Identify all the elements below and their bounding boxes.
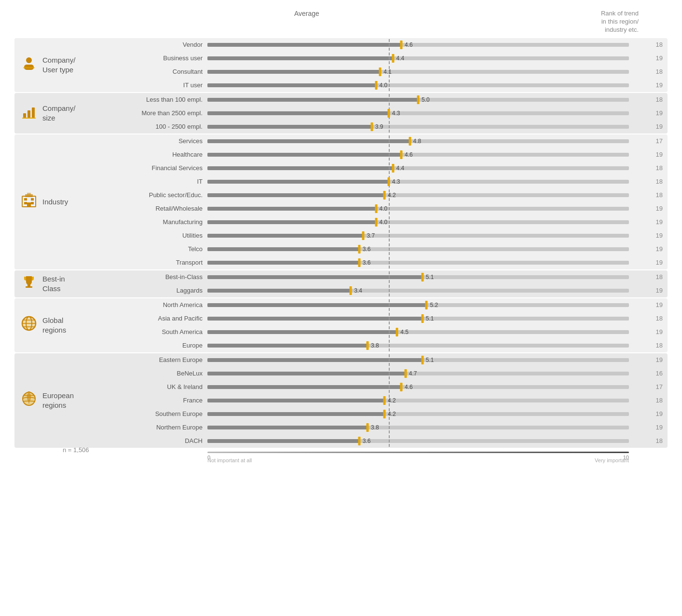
rows-best-in-class: Best-in-Class5.118Laggards3.419: [111, 270, 668, 297]
bar-track: 3.8: [207, 343, 629, 348]
bar-area: 4.5: [207, 326, 629, 338]
bar-area: 4.4: [207, 53, 629, 64]
bar-marker: [421, 273, 423, 281]
bar-fill: [207, 275, 423, 279]
bar-marker: [392, 164, 394, 173]
bar-value-label: 4.6: [405, 41, 413, 48]
bar-area: 5.1: [207, 271, 629, 283]
section-label-european-regions: European regions: [14, 353, 111, 448]
table-row: Retail/Wholesale4.019: [111, 202, 668, 215]
section-name-best-in-class: Best-in Class: [42, 274, 65, 293]
bar-track: 3.6: [207, 438, 629, 444]
table-row: Best-in-Class5.118: [111, 270, 668, 284]
svg-rect-4: [27, 110, 30, 118]
bar-area: 4.7: [207, 368, 629, 379]
bar-area: 3.6: [207, 257, 629, 268]
bar-track: 3.6: [207, 246, 629, 252]
table-row: North America5.219: [111, 298, 668, 312]
bar-track: 5.1: [207, 357, 629, 363]
table-row: Southern Europe4.219: [111, 407, 668, 421]
bar-track: 4.8: [207, 138, 629, 144]
bar-fill: [207, 70, 380, 74]
rank-value: 19: [629, 245, 668, 253]
row-label: Southern Europe: [111, 410, 207, 417]
bar-value-label: 3.9: [375, 123, 383, 130]
row-label: Europe: [111, 342, 207, 349]
bar-area: 5.1: [207, 313, 629, 324]
bar-area: 4.0: [207, 216, 629, 228]
bar-value-label: 4.1: [383, 68, 392, 75]
average-label: Average: [294, 10, 319, 17]
avg-line: [389, 326, 390, 338]
bar-track: 4.4: [207, 55, 629, 61]
row-label: Public sector/Educ.: [111, 191, 207, 199]
rank-value: 19: [629, 287, 668, 294]
bar-marker: [421, 356, 423, 364]
bar-value-label: 4.2: [388, 192, 396, 199]
bar-fill: [207, 193, 384, 197]
bar-track: 3.9: [207, 124, 629, 130]
bar-value-label: 5.1: [426, 315, 434, 322]
bar-area: 3.4: [207, 285, 629, 296]
section-company-user-type: Company/ User typeVendor4.618Business us…: [14, 38, 668, 92]
bar-track: 5.2: [207, 302, 629, 308]
bar-area: 3.6: [207, 243, 629, 255]
bar-value-label: 3.6: [363, 246, 371, 253]
table-row: Europe3.818: [111, 339, 668, 352]
bar-value-label: 3.4: [354, 287, 362, 294]
table-row: Laggards3.419: [111, 284, 668, 297]
chart-icon: [20, 104, 38, 122]
bar-value-label: 3.7: [367, 232, 375, 239]
bar-track: 3.7: [207, 233, 629, 239]
table-row: Business user4.419: [111, 52, 668, 65]
chart-container: Average Rank of trend in this region/ in…: [14, 10, 668, 463]
bar-value-label: 4.6: [405, 384, 413, 390]
row-label: Transport: [111, 259, 207, 266]
row-label: DACH: [111, 437, 207, 444]
rank-value: 19: [629, 232, 668, 239]
globe-icon: [20, 315, 38, 335]
rank-value: 18: [629, 273, 668, 281]
section-european-regions: European regionsEastern Europe5.119BeNeL…: [14, 353, 668, 448]
bar-area: 4.0: [207, 80, 629, 91]
bar-fill: [207, 344, 368, 348]
bar-marker: [396, 328, 398, 336]
bar-value-label: 3.6: [363, 259, 371, 266]
rank-header-label: Rank of trend in this region/ industry e…: [600, 10, 639, 34]
bar-value-label: 4.4: [396, 55, 405, 62]
avg-line: [389, 340, 390, 351]
rank-value: 19: [629, 151, 668, 158]
rank-value: 18: [629, 315, 668, 322]
row-label: IT user: [111, 81, 207, 89]
rank-value: 18: [629, 164, 668, 172]
row-label: Laggards: [111, 287, 207, 294]
bar-marker: [370, 122, 373, 131]
avg-line: [389, 135, 390, 147]
table-row: Consultant4.118: [111, 65, 668, 79]
rank-value: 16: [629, 370, 668, 377]
avg-line: [389, 299, 390, 311]
bar-value-label: 4.0: [380, 219, 388, 226]
bar-track: 3.8: [207, 425, 629, 430]
table-row: BeNeLux4.716: [111, 367, 668, 380]
svg-rect-11: [31, 202, 34, 204]
bar-value-label: 4.2: [388, 411, 396, 417]
bar-value-label: 5.2: [430, 302, 438, 308]
row-label: Best-in-Class: [111, 273, 207, 281]
bar-fill: [207, 43, 401, 47]
bar-marker: [425, 301, 428, 309]
rows-european-regions: Eastern Europe5.119BeNeLux4.716UK & Irel…: [111, 353, 668, 448]
bar-fill: [207, 358, 423, 362]
avg-line: [389, 121, 390, 133]
chart-header: Average Rank of trend in this region/ in…: [14, 10, 668, 34]
section-name-company-user-type: Company/ User type: [42, 55, 75, 74]
avg-line: [389, 203, 390, 214]
rank-value: 18: [629, 178, 668, 185]
bar-fill: [207, 207, 376, 211]
row-label: Manufacturing: [111, 218, 207, 226]
row-label: Business user: [111, 54, 207, 62]
table-row: Vendor4.618: [111, 38, 668, 52]
rank-value: 18: [629, 96, 668, 103]
bar-area: 5.1: [207, 354, 629, 366]
bar-value-label: 3.8: [371, 342, 379, 349]
